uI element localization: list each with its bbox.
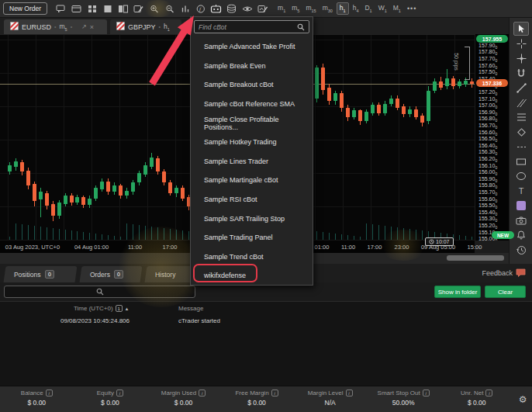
settings-gear-icon[interactable]: ⚙ xyxy=(513,386,532,412)
log-search-input[interactable] xyxy=(4,286,195,298)
candle[interactable] xyxy=(352,110,356,117)
trendline-icon[interactable] xyxy=(513,81,529,95)
candle[interactable] xyxy=(137,173,141,182)
candle[interactable] xyxy=(14,161,18,167)
candle[interactable] xyxy=(327,88,331,101)
info-icon[interactable]: i xyxy=(116,389,123,396)
panel-tab-positions[interactable]: Positions0 xyxy=(4,266,78,282)
candle[interactable] xyxy=(458,81,461,86)
timeframe-h1[interactable]: h1 xyxy=(337,2,349,15)
candle[interactable] xyxy=(396,99,399,108)
candle[interactable] xyxy=(414,109,418,117)
timeframe-h4[interactable]: h4 xyxy=(351,3,361,14)
candle[interactable] xyxy=(377,105,381,113)
color-swatch[interactable] xyxy=(513,199,529,213)
candle[interactable] xyxy=(464,81,468,85)
candle[interactable] xyxy=(143,165,147,175)
candle[interactable] xyxy=(174,188,178,193)
info-icon[interactable]: i xyxy=(199,389,206,396)
crosshair-icon[interactable] xyxy=(513,36,529,50)
more-timeframes-button[interactable]: ••• xyxy=(407,5,416,12)
candle[interactable] xyxy=(20,162,24,171)
candle[interactable] xyxy=(408,109,412,115)
candle[interactable] xyxy=(427,91,430,122)
candle[interactable] xyxy=(57,203,61,216)
cbot-item-sample-trading-panel[interactable]: Sample Trading Panel xyxy=(191,228,313,248)
single-chart-icon[interactable] xyxy=(100,2,115,16)
chart-tab-eurusd[interactable]: EURUSD • m5• ↗ × xyxy=(4,19,107,34)
cbot-robot-icon[interactable] xyxy=(209,2,223,16)
candle[interactable] xyxy=(39,192,43,199)
timeframe-m5[interactable]: m5 xyxy=(289,3,302,14)
clear-button[interactable]: Clear xyxy=(485,286,526,298)
pattern-edit-icon[interactable] xyxy=(255,2,270,16)
timeframe-m1[interactable]: m1 xyxy=(275,3,288,14)
log-column-time[interactable]: Time (UTC+0) 1 ▲ xyxy=(74,305,130,312)
timeframe-m30[interactable]: m30 xyxy=(320,3,335,14)
text-icon[interactable]: T xyxy=(513,184,529,198)
candle[interactable] xyxy=(168,182,172,193)
candle[interactable] xyxy=(51,204,55,216)
candle[interactable] xyxy=(45,193,49,206)
candle[interactable] xyxy=(100,182,104,189)
candle[interactable] xyxy=(94,188,98,199)
candle[interactable] xyxy=(346,108,350,117)
new-order-button[interactable]: New Order xyxy=(3,2,47,15)
candle[interactable] xyxy=(106,182,110,192)
grid-icon[interactable] xyxy=(85,2,99,16)
fx-icon[interactable]: f xyxy=(193,2,208,16)
candle[interactable] xyxy=(81,197,85,205)
candle[interactable] xyxy=(439,81,443,88)
info-icon[interactable]: i xyxy=(346,389,353,396)
tab-timeframe[interactable]: h1 xyxy=(164,23,170,32)
candle[interactable] xyxy=(70,196,74,203)
cbot-item-sample-sar-trailing-stop[interactable]: Sample SAR Trailing Stop xyxy=(191,209,313,228)
candle[interactable] xyxy=(33,184,36,201)
candle[interactable] xyxy=(402,106,406,114)
indicator-icon[interactable] xyxy=(178,2,192,16)
info-icon[interactable]: i xyxy=(423,389,430,396)
candle[interactable] xyxy=(371,105,375,113)
candle[interactable] xyxy=(162,171,166,182)
strategy-icon[interactable] xyxy=(224,2,239,16)
channel-icon[interactable] xyxy=(513,95,529,109)
timeframe-m15[interactable]: m15 xyxy=(303,3,318,14)
candle[interactable] xyxy=(75,197,79,203)
panel-tab-history[interactable]: History xyxy=(145,266,197,282)
candle[interactable] xyxy=(470,81,474,85)
timeframe-M1[interactable]: M1 xyxy=(391,3,403,14)
chat-icon[interactable] xyxy=(54,2,68,16)
candle[interactable] xyxy=(315,68,319,99)
candle[interactable] xyxy=(445,78,449,86)
split-chart-icon[interactable] xyxy=(116,2,130,16)
alert-bell-icon[interactable] xyxy=(513,228,529,242)
candle[interactable] xyxy=(150,158,154,167)
shapes-icon[interactable] xyxy=(513,125,529,139)
timeframe-D1[interactable]: D1 xyxy=(362,3,374,14)
cbot-item-sample-rsi-cbot[interactable]: Sample RSI cBot xyxy=(191,190,313,209)
hscrollbar-thumb[interactable] xyxy=(447,255,504,261)
candle[interactable] xyxy=(451,78,455,86)
eye-icon[interactable] xyxy=(240,2,254,16)
info-icon[interactable]: i xyxy=(46,389,53,396)
timeframe-W1[interactable]: W1 xyxy=(376,3,389,14)
dashed-line-icon[interactable] xyxy=(513,140,529,154)
cbot-search-input[interactable]: Find cBot xyxy=(194,20,309,33)
candle[interactable] xyxy=(321,68,325,90)
candle[interactable] xyxy=(112,185,116,192)
panel-tab-orders[interactable]: Orders0 xyxy=(80,266,143,282)
fibonacci-icon[interactable] xyxy=(513,110,529,124)
cbot-item-sample-breakout-cbot[interactable]: Sample Breakout cBot xyxy=(191,75,313,95)
info-icon[interactable]: i xyxy=(271,389,278,396)
feedback-button[interactable]: Feedback xyxy=(482,268,526,277)
info-icon[interactable]: i xyxy=(485,389,492,396)
candle[interactable] xyxy=(383,104,387,113)
log-column-message[interactable]: Message xyxy=(178,305,203,312)
candle[interactable] xyxy=(8,165,12,172)
zoom-in-icon[interactable] xyxy=(147,2,161,16)
chart-edit-icon[interactable] xyxy=(131,2,146,16)
camera-icon[interactable] xyxy=(513,213,529,227)
candle[interactable] xyxy=(389,99,393,104)
zoom-out-icon[interactable] xyxy=(162,2,177,16)
cbot-item-sample-break-even[interactable]: Sample Break Even xyxy=(191,57,313,76)
